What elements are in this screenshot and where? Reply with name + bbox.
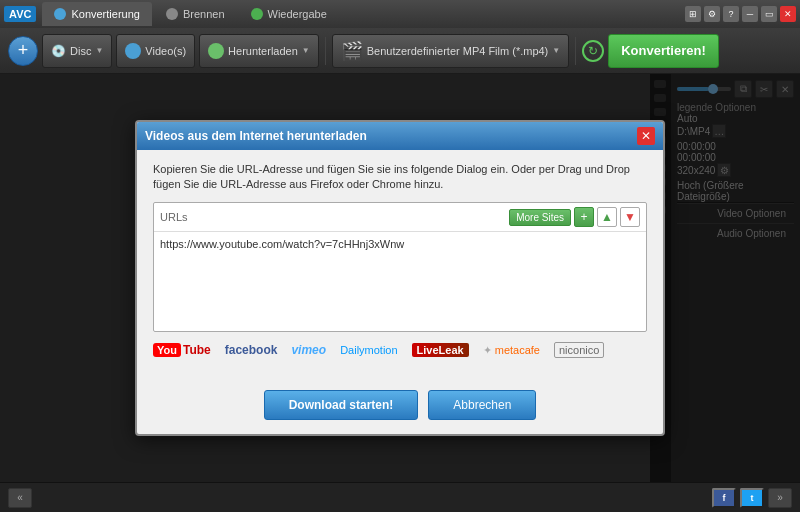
- tab-label-wiedergabe: Wiedergabe: [268, 8, 327, 20]
- liveleak-brand: LiveLeak: [412, 343, 469, 357]
- url-list: https://www.youtube.com/watch?v=7cHHnj3x…: [154, 232, 646, 256]
- restore-btn[interactable]: ▭: [761, 6, 777, 22]
- refresh-icon: ↻: [582, 40, 604, 62]
- cancel-button[interactable]: Abbrechen: [428, 390, 536, 420]
- modal-title: Videos aus dem Internet herunterladen: [145, 129, 367, 143]
- minimize-btn[interactable]: ─: [742, 6, 758, 22]
- url-input-area: URLs More Sites + ▲ ▼ https://www.youtub…: [153, 202, 647, 332]
- videos-label: Video(s): [145, 45, 186, 57]
- move-url-down-button[interactable]: ▼: [620, 207, 640, 227]
- close-btn[interactable]: ✕: [780, 6, 796, 22]
- bottom-bar: « f t »: [0, 482, 800, 512]
- url-action-buttons: More Sites + ▲ ▼: [509, 207, 640, 227]
- move-url-up-button[interactable]: ▲: [597, 207, 617, 227]
- download-label: Herunterladen: [228, 45, 298, 57]
- videos-button[interactable]: Video(s): [116, 34, 195, 68]
- toolbar-separator-2: [575, 37, 576, 65]
- download-modal: Videos aus dem Internet herunterladen ✕ …: [135, 120, 665, 437]
- next-page-button[interactable]: »: [768, 488, 792, 508]
- download-button[interactable]: Herunterladen ▼: [199, 34, 319, 68]
- modal-footer: Download starten! Abbrechen: [137, 382, 663, 434]
- facebook-brand: facebook: [225, 343, 278, 357]
- main-area: Fügen Sie Dateien hinzu ⧉ ✂ ✕ legende Op…: [0, 74, 800, 482]
- modal-description: Kopieren Sie die URL-Adresse und fügen S…: [153, 162, 647, 193]
- tab-icon-konvertierung: [54, 8, 66, 20]
- modal-title-bar: Videos aus dem Internet herunterladen ✕: [137, 122, 663, 150]
- download-start-button[interactable]: Download starten!: [264, 390, 419, 420]
- format-label: Benutzerdefinierter MP4 Film (*.mp4): [367, 45, 549, 57]
- format-dropdown-arrow: ▼: [552, 46, 560, 55]
- niconico-brand: niconico: [554, 342, 604, 358]
- tab-brennen[interactable]: Brennen: [154, 2, 237, 26]
- modal-overlay: Videos aus dem Internet herunterladen ✕ …: [0, 74, 800, 482]
- social-buttons: f t »: [712, 488, 792, 508]
- format-select[interactable]: 🎬 Benutzerdefinierter MP4 Film (*.mp4) ▼: [332, 34, 569, 68]
- youtube-brand: YouTube: [153, 343, 211, 357]
- film-icon: 🎬: [341, 40, 363, 62]
- add-file-button[interactable]: +: [8, 36, 38, 66]
- convert-button[interactable]: Konvertieren!: [608, 34, 719, 68]
- vimeo-brand: vimeo: [291, 343, 326, 357]
- metacafe-brand: ✦ metacafe: [483, 344, 540, 357]
- disc-button[interactable]: 💿 Disc ▼: [42, 34, 112, 68]
- url-label: URLs: [160, 211, 188, 223]
- twitter-share-button[interactable]: t: [740, 488, 764, 508]
- brand-logos: YouTube facebook vimeo Dailymotion LiveL…: [153, 342, 647, 358]
- title-bar: AVC Konvertierung Brennen Wiedergabe ⊞ ⚙…: [0, 0, 800, 28]
- tab-label-brennen: Brennen: [183, 8, 225, 20]
- tab-konvertierung[interactable]: Konvertierung: [42, 2, 152, 26]
- toolbar-separator: [325, 37, 326, 65]
- app-logo: AVC: [4, 6, 36, 22]
- disc-label: Disc: [70, 45, 91, 57]
- download-dropdown-arrow: ▼: [302, 46, 310, 55]
- modal-close-button[interactable]: ✕: [637, 127, 655, 145]
- title-controls: ⊞ ⚙ ? ─ ▭ ✕: [685, 6, 796, 22]
- facebook-share-button[interactable]: f: [712, 488, 736, 508]
- more-sites-button[interactable]: More Sites: [509, 209, 571, 226]
- tab-wiedergabe[interactable]: Wiedergabe: [239, 2, 339, 26]
- url-item: https://www.youtube.com/watch?v=7cHHnj3x…: [160, 238, 640, 250]
- convert-label: Konvertieren!: [621, 43, 706, 58]
- tab-label-konvertierung: Konvertierung: [71, 8, 140, 20]
- monitor-icon-btn[interactable]: ⊞: [685, 6, 701, 22]
- tab-icon-wiedergabe: [251, 8, 263, 20]
- dailymotion-brand: Dailymotion: [340, 344, 397, 356]
- prev-page-button[interactable]: «: [8, 488, 32, 508]
- toolbar: + 💿 Disc ▼ Video(s) Herunterladen ▼ 🎬 Be…: [0, 28, 800, 74]
- help-icon-btn[interactable]: ?: [723, 6, 739, 22]
- modal-body: Kopieren Sie die URL-Adresse und fügen S…: [137, 150, 663, 383]
- disc-dropdown-arrow: ▼: [95, 46, 103, 55]
- gear-icon-btn[interactable]: ⚙: [704, 6, 720, 22]
- add-url-button[interactable]: +: [574, 207, 594, 227]
- tab-icon-brennen: [166, 8, 178, 20]
- url-header: URLs More Sites + ▲ ▼: [154, 203, 646, 232]
